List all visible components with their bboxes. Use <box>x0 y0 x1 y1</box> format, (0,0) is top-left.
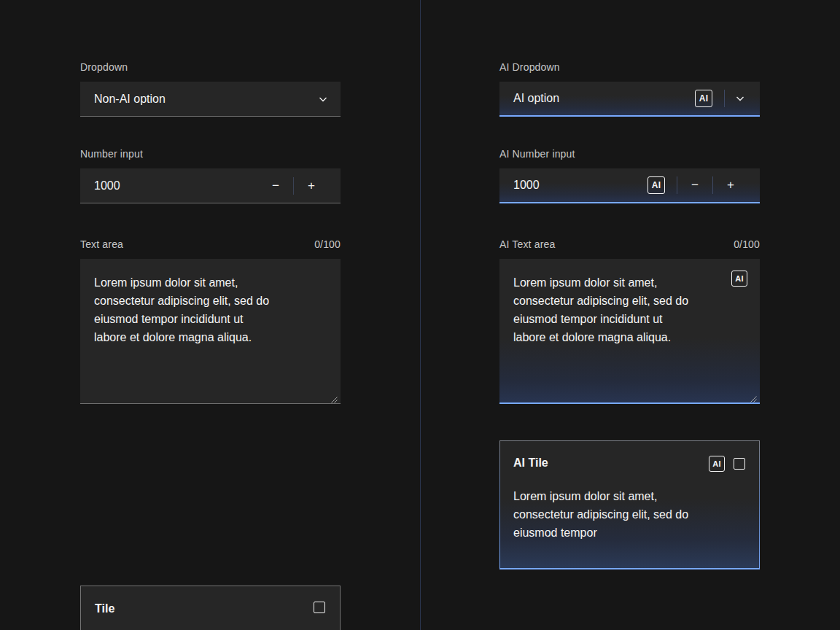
ai-label-badge[interactable]: AI <box>709 456 725 472</box>
chevron-down-icon[interactable] <box>303 82 329 116</box>
ai-textarea-label: AI Text area <box>499 238 555 250</box>
decrement-button[interactable]: − <box>677 168 712 202</box>
textarea-label: Text area <box>80 238 123 250</box>
ai-label-badge[interactable]: AI <box>731 271 747 287</box>
tile-header: AI Tile AI <box>513 455 745 472</box>
column-divider <box>420 0 421 630</box>
ai-dropdown-field[interactable]: AI option AI <box>499 82 760 117</box>
ai-textarea-input[interactable]: Lorem ipsum dolor sit amet, consectetur … <box>499 259 760 404</box>
decrement-button[interactable]: − <box>258 168 293 203</box>
number-input-field[interactable]: 1000 − + <box>80 168 341 203</box>
tile-title: Tile <box>95 601 114 617</box>
dropdown-field[interactable]: Non-AI option <box>80 82 341 117</box>
ai-dropdown-label: AI Dropdown <box>499 61 760 73</box>
char-counter: 0/100 <box>734 238 760 250</box>
non-ai-column: Dropdown Non-AI option Number input 1000… <box>80 0 341 630</box>
ai-label-badge[interactable]: AI <box>695 90 712 107</box>
ai-number-input-value[interactable]: 1000 <box>513 179 648 192</box>
ai-dropdown-selected-value: AI option <box>513 92 695 105</box>
ai-tile-inner: AI Tile AI Lorem ipsum dolor sit amet, c… <box>500 441 759 568</box>
number-input-value[interactable]: 1000 <box>94 179 258 192</box>
textarea-input[interactable]: Lorem ipsum dolor sit amet, consectetur … <box>80 259 341 404</box>
dropdown-selected-value: Non-AI option <box>94 93 303 106</box>
tile-icons: AI <box>709 456 745 472</box>
resize-handle-icon[interactable] <box>750 392 757 400</box>
ai-tile-body: Lorem ipsum dolor sit amet, consectetur … <box>513 487 745 542</box>
resize-handle-icon[interactable] <box>330 393 338 400</box>
dropdown-label: Dropdown <box>80 61 341 73</box>
ai-number-input-field[interactable]: 1000 AI − + <box>499 168 760 203</box>
textarea-value[interactable]: Lorem ipsum dolor sit amet, consectetur … <box>94 273 329 346</box>
number-input-label: Number input <box>80 148 341 160</box>
selectable-tile[interactable]: Tile Lorem ipsum dolor sit amet, consect… <box>80 586 341 630</box>
tile-icons <box>314 602 325 613</box>
page: Dropdown Non-AI option Number input 1000… <box>0 0 840 630</box>
checkbox[interactable] <box>734 458 745 470</box>
ai-tile-title: AI Tile <box>513 455 548 471</box>
ai-column: AI Dropdown AI option AI AI Number input… <box>499 0 760 630</box>
ai-textarea-label-row: AI Text area 0/100 <box>499 238 760 250</box>
tile-header: Tile <box>95 601 325 617</box>
char-counter: 0/100 <box>314 238 341 250</box>
textarea-label-row: Text area 0/100 <box>80 238 341 250</box>
checkbox[interactable] <box>314 602 325 613</box>
ai-number-input-label: AI Number input <box>499 148 760 160</box>
increment-button[interactable]: + <box>713 168 748 202</box>
ai-textarea-value[interactable]: Lorem ipsum dolor sit amet, consectetur … <box>513 273 748 346</box>
ai-label-badge[interactable]: AI <box>648 176 665 194</box>
increment-button[interactable]: + <box>294 168 329 203</box>
ai-selectable-tile[interactable]: AI Tile AI Lorem ipsum dolor sit amet, c… <box>499 440 760 569</box>
chevron-down-icon[interactable] <box>725 82 755 115</box>
